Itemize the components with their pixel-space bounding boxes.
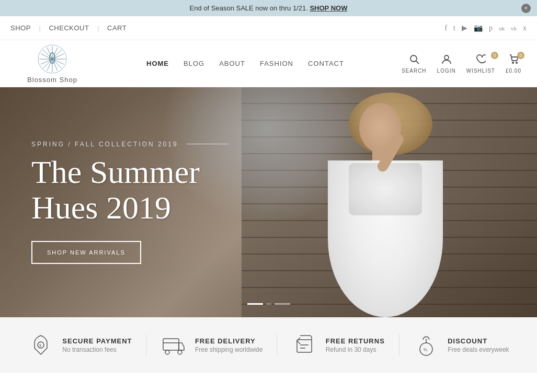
checkout-link[interactable]: CHECKOUT [42, 24, 95, 32]
svg-point-11 [410, 55, 417, 62]
wishlist-label: WISHLIST [466, 68, 495, 74]
login-label: LOGIN [437, 68, 456, 74]
secondary-nav-links: SHOP | CHECKOUT | CART [10, 24, 133, 32]
login-action[interactable]: LOGIN [437, 54, 456, 74]
wishlist-action[interactable]: 0 WISHLIST [466, 54, 495, 74]
svg-rect-22 [297, 340, 312, 352]
feature-divider-1 [146, 335, 146, 355]
hero-banner: SPRING / FALL COLLECTION 2019 The Summer… [0, 87, 537, 317]
free-delivery-subtitle: Free shipping worldwide [195, 346, 262, 353]
logo-area[interactable]: Blossom Shop [16, 43, 89, 84]
nav-sep-2: | [95, 24, 101, 32]
search-action[interactable]: SEARCH [402, 54, 427, 74]
announcement-close-button[interactable]: × [521, 4, 531, 13]
svg-point-20 [178, 350, 182, 354]
cart-price-label: £0.00 [506, 68, 521, 74]
header-actions: SEARCH LOGIN 0 WISHLIST [402, 54, 521, 74]
hero-subtitle-line [187, 144, 228, 144]
svg-text:$: $ [39, 343, 41, 348]
feature-free-returns-text: FREE RETURNS Refund in 30 days [326, 337, 385, 353]
shop-link[interactable]: SHOP [10, 24, 37, 32]
wishlist-badge: 0 [491, 52, 498, 59]
discount-subtitle: Free deals everyweek [448, 346, 509, 353]
features-bar: $ SECURE PAYMENT No transaction fees FRE… [0, 317, 537, 373]
logo-icon [37, 43, 68, 75]
nav-blog[interactable]: BLOG [184, 60, 204, 67]
svg-text:%: % [424, 347, 428, 352]
feature-discount: % DISCOUNT Free deals everyweek [413, 332, 509, 358]
discount-title: DISCOUNT [448, 337, 509, 345]
free-returns-title: FREE RETURNS [326, 337, 385, 345]
feature-divider-3 [399, 335, 399, 355]
xing-icon[interactable]: x [523, 24, 527, 32]
discount-icon: % [413, 332, 439, 358]
cart-link[interactable]: CART [101, 24, 133, 32]
vk-icon[interactable]: vk [511, 25, 517, 31]
facebook-icon[interactable]: f [444, 24, 447, 32]
hero-content: SPRING / FALL COLLECTION 2019 The Summer… [0, 141, 228, 264]
hero-subtitle: SPRING / FALL COLLECTION 2019 [31, 141, 228, 148]
hero-dot-1[interactable] [247, 303, 263, 305]
feature-free-delivery-text: FREE DELIVERY Free shipping worldwide [195, 337, 262, 353]
nav-fashion[interactable]: FASHION [260, 60, 293, 67]
announcement-text: End of Season SALE now on thru 1/21. [190, 4, 308, 12]
search-label: SEARCH [402, 68, 427, 74]
free-delivery-title: FREE DELIVERY [195, 337, 262, 345]
login-icon [441, 54, 452, 67]
main-header: Blossom Shop HOME BLOG ABOUT FASHION CON… [0, 40, 537, 87]
pinterest-icon[interactable]: p [489, 24, 493, 32]
nav-contact[interactable]: CONTACT [308, 60, 344, 67]
hero-figure [286, 87, 495, 317]
hero-cta-button[interactable]: SHOP NEW ARRIVALS [31, 241, 141, 264]
wishlist-icon [475, 54, 486, 67]
free-returns-subtitle: Refund in 30 days [326, 346, 385, 353]
hero-dot-2[interactable] [275, 303, 290, 305]
feature-divider-2 [277, 335, 277, 355]
hero-title: The Summer Hues 2019 [31, 154, 228, 225]
social-icons-bar: f t ▶ 📷 p ok vk x [444, 24, 527, 32]
secure-payment-subtitle: No transaction fees [62, 346, 132, 353]
svg-point-14 [512, 62, 513, 63]
main-nav: HOME BLOG ABOUT FASHION CONTACT [146, 60, 344, 67]
hero-slider-dots [247, 303, 290, 305]
feature-discount-text: DISCOUNT Free deals everyweek [448, 337, 509, 353]
feature-secure-payment: $ SECURE PAYMENT No transaction fees [28, 332, 132, 358]
cart-badge: 0 [517, 52, 524, 59]
svg-line-12 [416, 61, 419, 64]
twitter-icon[interactable]: t [453, 24, 455, 32]
feature-free-returns: FREE RETURNS Refund in 30 days [291, 332, 385, 358]
nav-sep-1: | [37, 24, 43, 32]
svg-point-10 [51, 57, 54, 61]
nav-home[interactable]: HOME [146, 60, 169, 67]
svg-point-19 [165, 350, 169, 354]
odnoklassniki-icon[interactable]: ok [499, 25, 505, 31]
announcement-bar: End of Season SALE now on thru 1/21. SHO… [0, 0, 537, 16]
secure-payment-icon: $ [28, 332, 54, 358]
free-returns-icon [291, 332, 317, 358]
cart-action[interactable]: 0 £0.00 [506, 54, 521, 74]
secondary-nav: SHOP | CHECKOUT | CART f t ▶ 📷 p ok vk x [0, 16, 537, 40]
hero-dot-separator [266, 303, 271, 305]
svg-point-13 [444, 55, 449, 60]
youtube-icon[interactable]: ▶ [462, 24, 467, 32]
nav-about[interactable]: ABOUT [219, 60, 245, 67]
feature-secure-payment-text: SECURE PAYMENT No transaction fees [62, 337, 132, 353]
svg-point-15 [516, 62, 517, 63]
instagram-icon[interactable]: 📷 [474, 24, 483, 32]
free-delivery-icon [161, 332, 187, 358]
feature-free-delivery: FREE DELIVERY Free shipping worldwide [161, 332, 262, 358]
search-icon [409, 54, 419, 67]
logo-text: Blossom Shop [27, 76, 77, 84]
announcement-cta[interactable]: SHOP NOW [310, 4, 347, 12]
svg-rect-18 [163, 339, 179, 350]
secure-payment-title: SECURE PAYMENT [62, 337, 132, 345]
